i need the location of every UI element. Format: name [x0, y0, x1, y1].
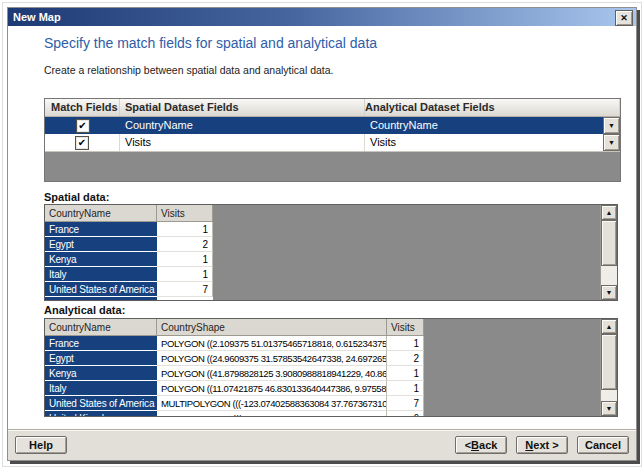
next-accesskey: N	[525, 439, 533, 451]
screenshot-frame: New Map ✕ Specify the match fields for s…	[0, 0, 644, 469]
shape-cell: POLYGON ((24.9609375 31.57853542647338, …	[157, 351, 387, 366]
column-header-countryname: CountryName	[45, 319, 157, 336]
clipped-row: United Kingdom MULTIPOLYGON (((-5.987656…	[45, 411, 617, 417]
visits-cell: 1	[387, 336, 424, 351]
new-map-wizard-dialog: New Map ✕ Specify the match fields for s…	[7, 7, 637, 461]
visits-cell: 2	[157, 237, 213, 252]
scroll-up-button[interactable]: ▲	[601, 319, 617, 334]
scroll-down-button[interactable]: ▼	[601, 285, 617, 300]
combobox-value: Visits	[370, 136, 396, 148]
next-button[interactable]: Next >	[516, 436, 568, 454]
chevron-down-icon: ▼	[608, 139, 615, 146]
match-grid-row-countryname[interactable]: ✔ CountryName CountryName ▼	[45, 117, 620, 134]
country-cell: Egypt	[45, 237, 157, 252]
scroll-down-icon: ▼	[606, 289, 613, 296]
table-row: Kenya POLYGON ((41.8798828125 3.90809888…	[45, 366, 617, 381]
visits-cell: 1	[387, 381, 424, 396]
combobox-value: CountryName	[370, 119, 438, 131]
match-grid-row-visits[interactable]: ✔ Visits Visits ▼	[45, 134, 620, 152]
button-bar: Help < Back Next > Cancel	[8, 429, 636, 460]
table-row: France POLYGON ((2.109375 51.01375465718…	[45, 336, 617, 351]
next-button-label-rest: ext >	[533, 439, 558, 451]
scroll-up-button[interactable]: ▲	[601, 205, 617, 220]
table-row: Egypt POLYGON ((24.9609375 31.5785354264…	[45, 351, 617, 366]
country-cell: United States of America	[45, 282, 157, 297]
table-row: United States of America MULTIPOLYGON ((…	[45, 396, 617, 411]
analytical-field-combobox[interactable]: CountryName ▼	[365, 117, 620, 134]
column-header-match-fields: Match Fields	[45, 99, 120, 116]
match-fields-grid: Match Fields Spatial Dataset Fields Anal…	[44, 98, 621, 182]
column-header-countryname: CountryName	[45, 205, 157, 222]
back-accesskey: B	[471, 439, 479, 451]
scroll-up-icon: ▲	[606, 323, 613, 330]
table-row: Italy 1	[45, 267, 617, 282]
shape-cell: MULTIPOLYGON (((-5.98765625 50.943234417…	[157, 411, 387, 417]
country-cell: Egypt	[45, 351, 157, 366]
table-row: Kenya 1	[45, 252, 617, 267]
visits-cell: 7	[387, 396, 424, 411]
country-cell: France	[45, 336, 157, 351]
cancel-button-label: Cancel	[585, 439, 621, 451]
vertical-scrollbar[interactable]: ▲ ▼	[600, 205, 617, 300]
analytical-data-label: Analytical data:	[44, 304, 125, 316]
scroll-down-button[interactable]: ▼	[601, 401, 617, 416]
analytical-field-combobox[interactable]: Visits ▼	[365, 134, 620, 151]
column-header-visits: Visits	[387, 319, 424, 336]
table-row: France 1	[45, 222, 617, 237]
analytical-table-header: CountryName CountryShape Visits	[45, 319, 617, 336]
visits-cell: 1	[387, 366, 424, 381]
close-button[interactable]: ✕	[615, 10, 633, 26]
page-subtitle: Create a relationship between spatial da…	[44, 64, 334, 76]
table-row: United States of America 7	[45, 282, 617, 297]
scroll-down-icon: ▼	[606, 405, 613, 412]
shape-cell: MULTIPOLYGON (((-123.07402588363084 37.7…	[157, 396, 387, 411]
country-cell: Italy	[45, 381, 157, 396]
spatial-table-header: CountryName Visits	[45, 205, 617, 222]
check-icon: ✔	[78, 121, 86, 131]
country-cell: France	[45, 222, 157, 237]
clipped-row	[45, 297, 617, 301]
combobox-dropdown-button[interactable]: ▼	[603, 117, 620, 134]
country-cell: United States of America	[45, 396, 157, 411]
window-title: New Map	[8, 11, 61, 23]
country-cell: Kenya	[45, 252, 157, 267]
scroll-up-icon: ▲	[606, 209, 613, 216]
spatial-field-cell[interactable]: CountryName	[120, 117, 365, 134]
scrollbar-thumb[interactable]	[601, 220, 617, 266]
match-grid-header: Match Fields Spatial Dataset Fields Anal…	[45, 99, 620, 117]
column-header-spatial-dataset-fields: Spatial Dataset Fields	[120, 99, 365, 116]
column-header-visits: Visits	[157, 205, 213, 222]
visits-cell: 2	[387, 351, 424, 366]
analytical-data-table: CountryName CountryShape Visits France P…	[44, 318, 618, 417]
visits-cell: 6	[387, 411, 424, 417]
match-checkbox[interactable]: ✔	[76, 119, 90, 133]
shape-cell: POLYGON ((41.8798828125 3.90809888189412…	[157, 366, 387, 381]
table-row: Italy POLYGON ((11.07421875 46.830133640…	[45, 381, 617, 396]
close-icon: ✕	[620, 13, 628, 23]
chevron-down-icon: ▼	[608, 122, 615, 129]
country-cell: Italy	[45, 267, 157, 282]
back-button-label-rest: ack	[479, 439, 497, 451]
spatial-data-label: Spatial data:	[44, 191, 109, 203]
visits-cell: 1	[157, 222, 213, 237]
column-header-countryshape: CountryShape	[157, 319, 387, 336]
visits-cell: 1	[157, 252, 213, 267]
shape-cell: POLYGON ((2.109375 51.01375465718818, 0.…	[157, 336, 387, 351]
visits-cell: 1	[157, 267, 213, 282]
column-header-analytical-dataset-fields: Analytical Dataset Fields	[365, 99, 620, 116]
table-row: Egypt 2	[45, 237, 617, 252]
match-checkbox[interactable]: ✔	[75, 136, 89, 150]
visits-cell: 7	[157, 282, 213, 297]
cancel-button[interactable]: Cancel	[577, 436, 629, 454]
shape-cell: POLYGON ((11.07421875 46.830133640447386…	[157, 381, 387, 396]
back-button[interactable]: < Back	[455, 436, 507, 454]
vertical-scrollbar[interactable]: ▲ ▼	[600, 319, 617, 416]
scrollbar-thumb[interactable]	[601, 334, 617, 390]
title-bar[interactable]: New Map ✕	[8, 8, 636, 26]
combobox-dropdown-button[interactable]: ▼	[603, 134, 620, 151]
check-icon: ✔	[78, 138, 86, 148]
spatial-field-cell[interactable]: Visits	[120, 134, 365, 151]
spatial-data-table: CountryName Visits France 1 Egypt 2 Keny…	[44, 204, 618, 301]
country-cell: United Kingdom	[45, 411, 157, 417]
help-button[interactable]: Help	[15, 436, 67, 454]
